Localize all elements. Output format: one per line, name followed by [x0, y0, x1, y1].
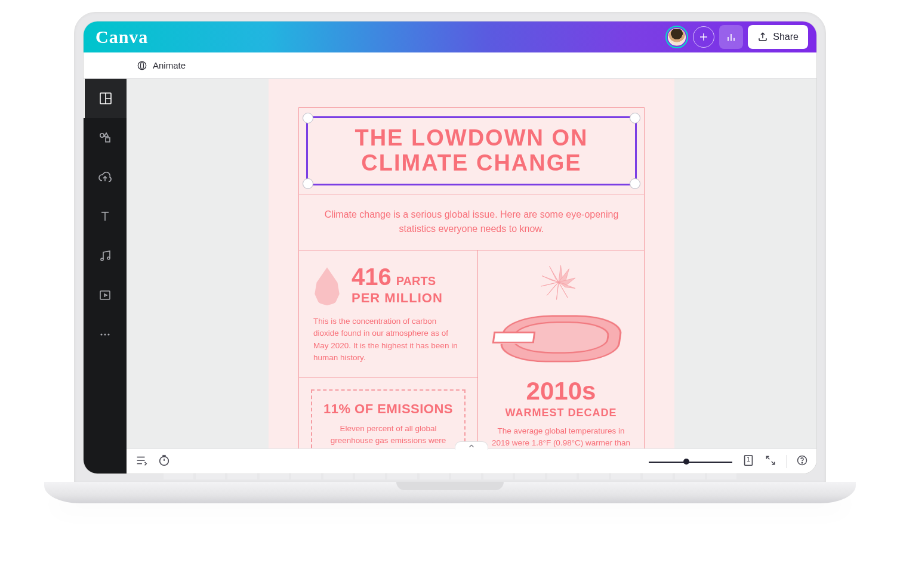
laptop-frame: Canva Share — [44, 12, 856, 503]
artboard[interactable]: THE LOWDOWN ON CLIMATE CHANGE — [269, 79, 674, 448]
more-icon — [98, 327, 112, 342]
keyboard-hint — [164, 468, 736, 479]
svg-point-6 — [138, 61, 146, 69]
animate-icon — [136, 60, 148, 72]
canvas-viewport[interactable]: THE LOWDOWN ON CLIMATE CHANGE — [127, 79, 816, 448]
stat1-unit1: PARTS — [396, 274, 436, 288]
svg-point-16 — [107, 257, 110, 259]
stat1-unit2: PER MILLION — [352, 290, 443, 306]
timer-icon — [158, 454, 171, 467]
cloud-upload-icon — [98, 170, 112, 184]
resize-handle-ne[interactable] — [630, 113, 640, 123]
stat3-subtitle: WARMEST DECADE — [491, 407, 631, 419]
stadium-illustration — [501, 309, 621, 369]
notes-button[interactable] — [135, 454, 148, 469]
right-column[interactable]: 2010s WARMEST DECADE The average global … — [478, 250, 644, 448]
subtitle-cell[interactable]: Climate change is a serious global issue… — [299, 194, 644, 251]
stat3-body: The average global temperatures in 2019 … — [491, 425, 631, 448]
help-button[interactable] — [796, 454, 808, 469]
zoom-slider[interactable] — [649, 460, 732, 463]
stat-emissions: 11% OF EMISSIONS Eleven percent of all g… — [311, 389, 466, 448]
headline-cell: THE LOWDOWN ON CLIMATE CHANGE — [299, 108, 644, 194]
stat-emissions-wrap[interactable]: 11% OF EMISSIONS Eleven percent of all g… — [299, 377, 477, 448]
chevron-up-icon — [467, 442, 476, 450]
page-count-button[interactable]: 1 — [742, 454, 755, 469]
duration-button[interactable] — [158, 454, 171, 469]
laptop-notch — [396, 482, 504, 490]
laptop-screen-bezel: Canva Share — [74, 12, 826, 483]
bar-chart-icon — [725, 31, 737, 43]
expand-icon — [765, 454, 776, 466]
layout-icon — [98, 91, 113, 106]
help-icon — [796, 454, 808, 466]
main-area: THE LOWDOWN ON CLIMATE CHANGE — [84, 79, 816, 474]
app-topbar: Canva Share — [84, 21, 816, 52]
subtitle-text: Climate change is a serious global issue… — [325, 209, 619, 234]
share-button-label: Share — [773, 32, 799, 42]
svg-point-39 — [802, 462, 802, 463]
fullscreen-button[interactable] — [765, 454, 776, 469]
svg-marker-29 — [541, 282, 559, 286]
sidebar-elements[interactable] — [84, 118, 127, 157]
svg-marker-18 — [104, 294, 107, 296]
svg-point-10 — [100, 134, 104, 137]
selection-outline[interactable] — [306, 116, 637, 185]
share-button[interactable]: Share — [748, 25, 808, 49]
svg-rect-11 — [106, 138, 110, 142]
stat3-value: 2010s — [491, 377, 631, 406]
side-panel — [84, 79, 127, 474]
shapes-icon — [98, 131, 112, 145]
stat1-body: This is the concentration of carbon diox… — [313, 315, 463, 364]
page-drawer-handle[interactable] — [455, 441, 488, 450]
svg-point-20 — [104, 333, 106, 335]
sun-icon — [538, 261, 580, 303]
canvas-area: THE LOWDOWN ON CLIMATE CHANGE — [127, 79, 816, 474]
laptop-base — [44, 482, 856, 503]
notes-icon — [135, 454, 148, 467]
stat-co2[interactable]: 416 PARTS PER MILLION This is the concen… — [299, 250, 477, 377]
svg-rect-17 — [100, 291, 110, 299]
zoom-thumb[interactable] — [683, 459, 689, 465]
svg-point-19 — [100, 333, 102, 335]
stat2-title: 11% OF EMISSIONS — [323, 401, 454, 417]
app-window: Canva Share — [83, 21, 817, 474]
canva-logo[interactable]: Canva — [92, 27, 148, 47]
sidebar-templates[interactable] — [84, 79, 127, 118]
resize-handle-se[interactable] — [630, 178, 640, 189]
sidebar-audio[interactable] — [84, 236, 127, 276]
context-toolbar: Animate — [84, 52, 816, 79]
stats-grid: 416 PARTS PER MILLION This is the concen… — [299, 250, 644, 448]
resize-handle-sw[interactable] — [303, 178, 313, 189]
sidebar-text[interactable] — [84, 197, 127, 236]
insights-button[interactable] — [719, 25, 743, 49]
add-button[interactable] — [693, 26, 714, 48]
stat2-body: Eleven percent of all global greenhouse … — [323, 423, 454, 447]
infographic-frame: THE LOWDOWN ON CLIMATE CHANGE — [298, 107, 645, 448]
music-icon — [98, 249, 112, 263]
svg-marker-27 — [557, 282, 559, 299]
sidebar-video[interactable] — [84, 276, 127, 315]
resize-handle-nw[interactable] — [303, 113, 313, 123]
svg-point-21 — [107, 333, 109, 335]
text-icon — [98, 209, 112, 224]
animate-label: Animate — [153, 60, 186, 70]
page-count-label: 1 — [742, 456, 755, 463]
animate-button[interactable]: Animate — [136, 60, 186, 72]
avatar-image — [668, 28, 686, 46]
divider — [786, 455, 787, 468]
upload-icon — [757, 32, 768, 42]
svg-marker-28 — [547, 282, 559, 295]
video-icon — [98, 288, 112, 302]
sidebar-more[interactable] — [84, 315, 127, 354]
water-drop-icon — [313, 267, 341, 305]
stat1-value: 416 — [352, 264, 392, 290]
sidebar-uploads[interactable] — [84, 157, 127, 197]
left-column: 416 PARTS PER MILLION This is the concen… — [299, 250, 478, 448]
svg-point-15 — [101, 258, 103, 261]
user-avatar[interactable] — [665, 26, 688, 48]
